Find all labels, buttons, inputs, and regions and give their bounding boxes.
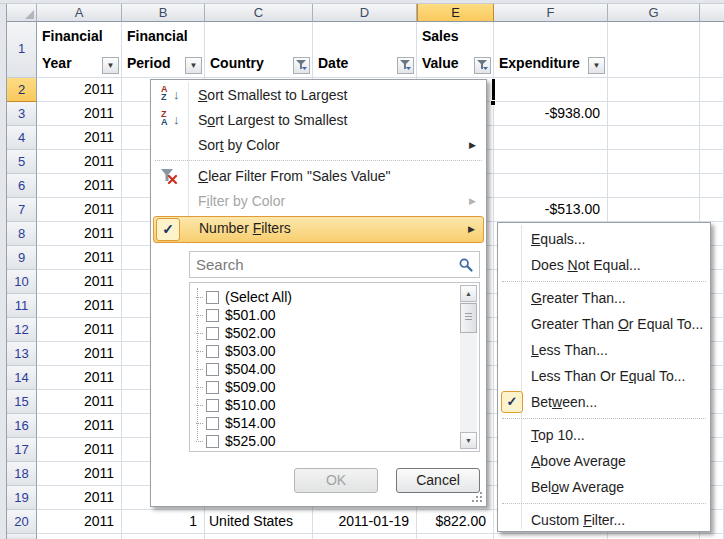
row-header[interactable]: 15 xyxy=(7,390,37,414)
row-header[interactable]: 8 xyxy=(7,222,37,246)
list-item[interactable]: (Select All) xyxy=(192,288,460,306)
cell-financial-year[interactable]: 2011 xyxy=(37,438,122,462)
cell-financial-year[interactable]: 2011 xyxy=(37,102,122,126)
header-financial-year[interactable]: Financial Year ▼ xyxy=(37,22,122,78)
column-header-b[interactable]: B xyxy=(122,4,205,22)
row-header[interactable]: 2 xyxy=(7,78,37,102)
header-date[interactable]: Date xyxy=(313,22,417,78)
column-header-partial[interactable] xyxy=(700,4,724,22)
checkbox[interactable] xyxy=(206,327,219,340)
cell-empty[interactable] xyxy=(608,78,700,102)
search-icon[interactable] xyxy=(459,258,473,272)
cell-financial-year[interactable]: 2011 xyxy=(37,342,122,366)
filter-funnel-icon[interactable] xyxy=(397,57,414,74)
checkbox[interactable] xyxy=(206,435,219,448)
row-header[interactable]: 12 xyxy=(7,318,37,342)
row-header[interactable]: 7 xyxy=(7,198,37,222)
submenu-item-below-average[interactable]: Below Average xyxy=(500,474,708,500)
cell-empty[interactable] xyxy=(700,126,724,150)
cell-financial-year[interactable]: 2011 xyxy=(37,318,122,342)
submenu-item-custom-filter[interactable]: Custom Filter... xyxy=(500,507,708,533)
cell-empty[interactable] xyxy=(608,198,700,222)
header-country[interactable]: Country xyxy=(205,22,313,78)
dropdown-arrow-icon[interactable]: ▼ xyxy=(588,57,605,74)
dropdown-arrow-icon[interactable]: ▼ xyxy=(185,57,202,74)
cell-financial-year[interactable]: 2011 xyxy=(37,270,122,294)
menu-item-clear-filter[interactable]: Clear Filter From "Sales Value" xyxy=(153,164,484,189)
cell-financial-year[interactable]: 2011 xyxy=(37,294,122,318)
cell-date[interactable]: 2011-01-19 xyxy=(313,510,417,534)
cell-financial-period[interactable]: 1 xyxy=(122,510,205,534)
list-item[interactable]: $525.00 xyxy=(192,432,460,449)
header-expenditure[interactable]: Expenditure ▼ xyxy=(494,22,608,78)
cell-empty[interactable] xyxy=(700,174,724,198)
cell-expenditure[interactable] xyxy=(494,78,608,102)
cell-financial-year[interactable]: 2011 xyxy=(37,390,122,414)
menu-item-sort-largest-to-smallest[interactable]: Sort Largest to Smallest xyxy=(153,108,484,133)
list-item[interactable]: $501.00 xyxy=(192,306,460,324)
cell-expenditure[interactable]: -$938.00 xyxy=(494,102,608,126)
submenu-item-less-than[interactable]: Less Than... xyxy=(500,337,708,363)
list-item-partial[interactable] xyxy=(192,451,225,452)
cell-empty[interactable] xyxy=(700,102,724,126)
submenu-item-less-than-or-equal[interactable]: Less Than Or Equal To... xyxy=(500,363,708,389)
row-header[interactable]: 10 xyxy=(7,270,37,294)
submenu-item-between[interactable]: Between... xyxy=(500,389,708,415)
column-header-e-selected[interactable]: E xyxy=(417,4,494,22)
scrollbar-thumb[interactable] xyxy=(460,303,477,333)
cell-empty[interactable] xyxy=(700,198,724,222)
cell-empty[interactable] xyxy=(700,78,724,102)
menu-item-sort-by-color[interactable]: Sort by Color xyxy=(153,133,484,158)
row-header[interactable]: 19 xyxy=(7,486,37,510)
row-header[interactable]: 16 xyxy=(7,414,37,438)
list-item[interactable]: $514.00 xyxy=(192,414,460,432)
dropdown-arrow-icon[interactable]: ▼ xyxy=(102,57,119,74)
row-header[interactable]: 9 xyxy=(7,246,37,270)
filter-funnel-icon[interactable] xyxy=(474,57,491,74)
cell-expenditure[interactable] xyxy=(494,150,608,174)
list-item[interactable]: $503.00 xyxy=(192,342,460,360)
cell-country[interactable]: United States xyxy=(205,510,313,534)
cell-financial-year[interactable]: 2011 xyxy=(37,126,122,150)
header-empty-partial[interactable] xyxy=(700,22,724,78)
cell-financial-year[interactable]: 2011 xyxy=(37,366,122,390)
search-input[interactable] xyxy=(190,252,479,277)
cell-sales-value[interactable]: $822.00 xyxy=(417,510,494,534)
header-sales-value[interactable]: Sales Value xyxy=(417,22,494,78)
menu-item-number-filters[interactable]: Number Filters xyxy=(153,216,484,243)
submenu-item-greater-than[interactable]: Greater Than... xyxy=(500,285,708,311)
cell-financial-year[interactable]: 2011 xyxy=(37,510,122,534)
ok-button[interactable]: OK xyxy=(294,468,378,493)
submenu-item-above-average[interactable]: Above Average xyxy=(500,448,708,474)
cell-financial-year[interactable]: 2011 xyxy=(37,198,122,222)
submenu-item-equals[interactable]: Equals... xyxy=(500,226,708,252)
cell-financial-year[interactable]: 2011 xyxy=(37,462,122,486)
row-header[interactable]: 4 xyxy=(7,126,37,150)
column-header-f[interactable]: F xyxy=(494,4,608,22)
cell-financial-year[interactable]: 2011 xyxy=(37,414,122,438)
row-header[interactable]: 6 xyxy=(7,174,37,198)
cell-financial-year[interactable]: 2011 xyxy=(37,246,122,270)
cell-expenditure[interactable] xyxy=(494,126,608,150)
list-item[interactable]: $502.00 xyxy=(192,324,460,342)
list-scrollbar[interactable]: ▲ ▼ xyxy=(460,285,477,449)
cell-financial-year[interactable]: 2011 xyxy=(37,486,122,510)
list-item[interactable]: $504.00 xyxy=(192,360,460,378)
cell-financial-year[interactable]: 2011 xyxy=(37,78,122,102)
cell-expenditure[interactable] xyxy=(494,174,608,198)
checkbox[interactable] xyxy=(206,345,219,358)
cell-expenditure[interactable]: -$513.00 xyxy=(494,198,608,222)
filter-funnel-icon[interactable] xyxy=(293,57,310,74)
menu-item-filter-by-color[interactable]: Filter by Color xyxy=(153,189,484,214)
fill-handle[interactable] xyxy=(490,100,496,106)
cell-empty[interactable] xyxy=(700,150,724,174)
column-header-d[interactable]: D xyxy=(313,4,417,22)
cell-financial-year[interactable]: 2011 xyxy=(37,174,122,198)
row-header[interactable]: 14 xyxy=(7,366,37,390)
row-header[interactable]: 18 xyxy=(7,462,37,486)
checkbox[interactable] xyxy=(206,417,219,430)
resize-grip[interactable] xyxy=(468,488,482,502)
row-header[interactable]: 5 xyxy=(7,150,37,174)
header-financial-period[interactable]: Financial Period ▼ xyxy=(122,22,205,78)
checkbox[interactable] xyxy=(206,291,219,304)
